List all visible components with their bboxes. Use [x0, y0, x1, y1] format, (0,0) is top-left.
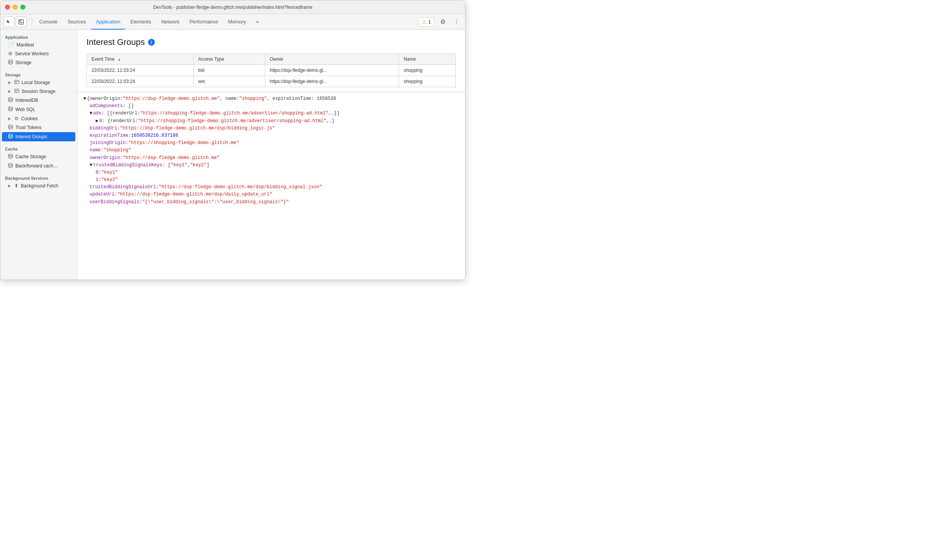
warning-badge[interactable]: ⚠ 1	[418, 17, 434, 27]
tab-elements[interactable]: Elements	[126, 14, 156, 30]
table-row[interactable]: 22/03/2022, 11:03:24 win https://dsp-fle…	[87, 76, 456, 87]
close-button[interactable]	[5, 5, 10, 10]
sidebar-item-session-storage[interactable]: ▶ Session Storage	[0, 87, 77, 96]
manifest-icon: 📄	[8, 42, 14, 48]
detail-line-ads: ▼ ads : [{renderUrl: "https://shopping-f…	[90, 110, 459, 117]
detail-line-trusted-url: trustedBiddingSignalsUrl : "https://dsp-…	[90, 184, 459, 191]
sidebar-item-interest-groups[interactable]: Interest Groups	[2, 132, 75, 141]
more-menu-button[interactable]: ⋮	[451, 17, 462, 27]
sidebar-label-web-sql: Web SQL	[15, 107, 35, 112]
cursor-icon-btn[interactable]	[3, 17, 14, 27]
sidebar-item-indexeddb[interactable]: IndexedDB	[0, 96, 77, 105]
cache-storage-icon	[8, 154, 13, 160]
cell-owner-1: https://dsp-fledge-demo.gl...	[265, 65, 399, 76]
sidebar-divider-1	[0, 67, 77, 70]
sidebar-item-web-sql[interactable]: Web SQL	[0, 105, 77, 114]
back-forward-cache-icon	[8, 163, 13, 169]
content-area: Interest Groups i Event Time ▲ Access Ty…	[77, 30, 465, 280]
minimize-button[interactable]	[13, 5, 18, 10]
window-title: DevTools - publisher-fledge-demo.glitch.…	[153, 5, 312, 10]
sidebar-label-service-workers: Service Workers	[15, 51, 49, 56]
cookies-arrow: ▶	[8, 116, 11, 121]
sidebar-label-background-fetch: Background Fetch	[21, 183, 58, 189]
cell-event-time-2: 22/03/2022, 11:03:24	[87, 76, 194, 87]
interest-groups-panel: Interest Groups i Event Time ▲ Access Ty…	[77, 30, 465, 92]
detail-line-key2: 1 : "key2"	[96, 176, 459, 184]
sidebar-label-trust-tokens: Trust Tokens	[15, 125, 42, 130]
cell-event-time-1: 22/03/2022, 11:03:24	[87, 65, 194, 76]
detail-panel: ▼ {ownerOrigin: "https://dsp-fledge-demo…	[77, 92, 465, 280]
sidebar-item-cookies[interactable]: ▶ ⚙ Cookies	[0, 114, 77, 123]
svg-point-13	[9, 134, 13, 136]
sidebar-item-back-forward-cache[interactable]: Back/forward cach…	[0, 161, 77, 171]
detail-line-owner-origin: ownerOrigin : "https://dsp-fledge-demo.g…	[90, 154, 459, 162]
sidebar-item-background-fetch[interactable]: ▶ ⬆ Background Fetch	[0, 181, 77, 190]
sidebar-item-manifest[interactable]: 📄 Manifest	[0, 40, 77, 49]
tab-sources[interactable]: Sources	[63, 14, 91, 30]
bg-fetch-icon: ⬆	[14, 183, 18, 189]
session-storage-arrow: ▶	[8, 89, 11, 93]
interest-groups-table: Event Time ▲ Access Type Owner Name	[86, 53, 456, 87]
tab-network[interactable]: Network	[156, 14, 184, 30]
tab-application[interactable]: Application	[91, 14, 125, 30]
toolbar-divider	[32, 17, 32, 27]
cookies-icon: ⚙	[14, 116, 19, 121]
sidebar-divider-2	[0, 141, 77, 144]
sidebar-item-local-storage[interactable]: ▶ Local Storage	[0, 78, 77, 87]
cell-access-type-2: win	[193, 76, 265, 87]
sidebar-item-storage-top[interactable]: Storage	[0, 58, 77, 67]
interest-groups-icon	[8, 134, 13, 140]
maximize-button[interactable]	[20, 5, 25, 10]
detail-line-user-bidding: userBiddingSignals : "{\"user_bidding_si…	[90, 199, 459, 206]
toolbar-right: ⚠ 1 ⚙ ⋮	[418, 17, 462, 27]
svg-point-10	[9, 98, 13, 99]
inspect-icon-btn[interactable]	[16, 17, 27, 27]
col-access-type[interactable]: Access Type	[193, 54, 265, 65]
sidebar-item-service-workers[interactable]: ⚙ Service Workers	[0, 49, 77, 58]
svg-point-11	[9, 107, 13, 108]
more-icon: ⋮	[454, 18, 460, 25]
ig-title-row: Interest Groups i	[86, 37, 456, 47]
info-icon-button[interactable]: i	[148, 39, 155, 46]
sidebar-label-cookies: Cookies	[21, 116, 38, 121]
tab-performance[interactable]: Performance	[185, 14, 223, 30]
col-name[interactable]: Name	[399, 54, 456, 65]
local-storage-arrow: ▶	[8, 80, 11, 84]
expand-icon-1[interactable]: ▼	[83, 95, 86, 103]
detail-line-adcomponents: adComponents : []	[90, 103, 459, 110]
web-sql-icon	[8, 106, 13, 113]
local-storage-icon	[14, 80, 19, 85]
detail-line-update-url: updateUrl : "https://dsp-fledge-demo.gli…	[90, 191, 459, 198]
sidebar-item-trust-tokens[interactable]: Trust Tokens	[0, 123, 77, 132]
detail-line-bidding-url: biddingUrl : "https://dsp-fledge-demo.gl…	[90, 125, 459, 132]
svg-point-12	[9, 125, 13, 126]
table-row[interactable]: 22/03/2022, 11:03:24 bid https://dsp-fle…	[87, 65, 456, 76]
col-event-time[interactable]: Event Time ▲	[87, 54, 194, 65]
sidebar-label-manifest: Manifest	[17, 42, 34, 48]
detail-line-ads-0: ▶ 0 : {renderUrl: "https://shopping-fled…	[96, 118, 459, 125]
col-owner[interactable]: Owner	[265, 54, 399, 65]
tab-more[interactable]: »	[251, 14, 263, 30]
expand-icon-ads[interactable]: ▼	[90, 110, 92, 117]
detail-line-name: name : "shopping"	[90, 147, 459, 154]
indexeddb-icon	[8, 97, 13, 103]
detail-line-trusted-keys: ▼ trustedBiddingSignalsKeys : [ "key1" ,…	[90, 162, 459, 169]
sidebar-label-back-forward-cache: Back/forward cach…	[15, 163, 58, 169]
svg-point-3	[9, 60, 13, 61]
sidebar: Application 📄 Manifest ⚙ Service Workers…	[0, 30, 77, 280]
trust-tokens-icon	[8, 124, 13, 131]
settings-button[interactable]: ⚙	[437, 17, 448, 27]
detail-line-key1: 0 : "key1"	[96, 169, 459, 176]
sidebar-section-cache: Cache	[0, 144, 77, 152]
sidebar-item-cache-storage[interactable]: Cache Storage	[0, 152, 77, 161]
expand-icon-trusted[interactable]: ▼	[90, 162, 92, 169]
settings-icon: ⚙	[440, 18, 446, 25]
tab-console[interactable]: Console	[35, 14, 62, 30]
bg-fetch-arrow: ▶	[8, 184, 11, 188]
sidebar-section-bg-services: Background Services	[0, 174, 77, 181]
main-layout: Application 📄 Manifest ⚙ Service Workers…	[0, 30, 465, 280]
svg-point-14	[9, 154, 13, 156]
ig-title: Interest Groups	[86, 37, 145, 47]
expand-icon-ads-0[interactable]: ▶	[96, 118, 98, 125]
tab-memory[interactable]: Memory	[223, 14, 251, 30]
